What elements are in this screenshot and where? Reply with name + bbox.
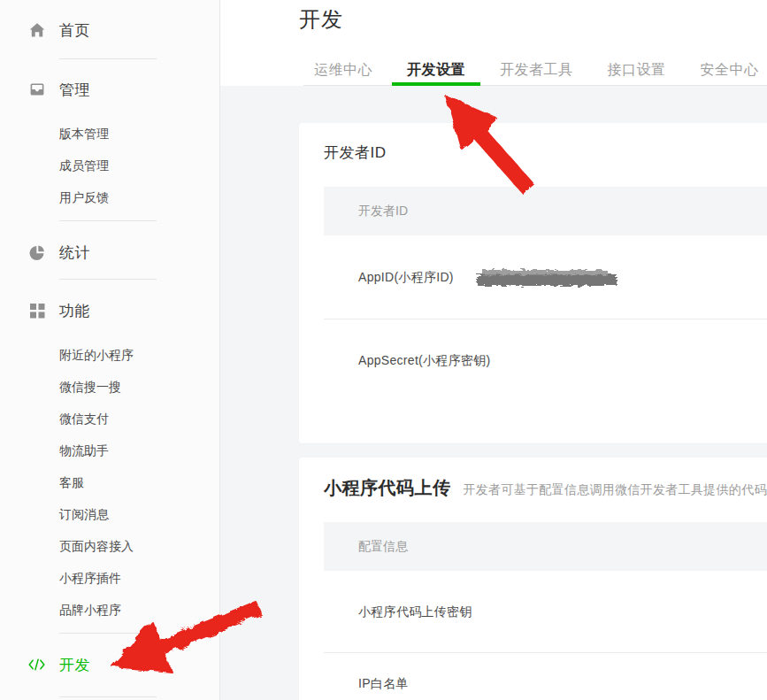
sidebar-item-miniprogram-plugin[interactable]: 小程序插件 <box>0 569 219 587</box>
table-row-upload-key: 小程序代码上传密钥 <box>324 571 767 653</box>
table-header-row: 配置信息 <box>324 522 767 571</box>
table-row-appid: AppID(小程序ID) <box>324 235 767 319</box>
tab-api-settings[interactable]: 接口设置 <box>597 55 677 85</box>
table-header-label: 开发者ID <box>358 204 408 219</box>
sidebar-item-nearby-miniprograms[interactable]: 附近的小程序 <box>0 346 219 364</box>
tab-development-settings[interactable]: 开发设置 <box>396 55 476 85</box>
sidebar-divider <box>59 279 157 280</box>
main-header: 开发 运维中心 开发设置 开发者工具 接口设置 安全中心 <box>220 0 767 86</box>
redacted-appid-scribble <box>470 264 625 290</box>
sidebar-item-brand-miniprogram[interactable]: 品牌小程序 <box>0 601 219 619</box>
sidebar-item-member-manage[interactable]: 成员管理 <box>0 157 219 174</box>
developer-id-card: 开发者ID 开发者ID AppID(小程序ID) <box>299 123 767 443</box>
sidebar-item-wechat-pay[interactable]: 微信支付 <box>0 410 219 427</box>
sidebar-item-label: 首页 <box>59 20 90 41</box>
sidebar-item-label: 开发 <box>59 655 90 675</box>
tab-bar: 运维中心 开发设置 开发者工具 接口设置 安全中心 <box>303 55 767 86</box>
sidebar-item-home[interactable]: 首页 <box>0 18 219 42</box>
code-upload-card: 小程序代码上传 开发者可基于配置信息调用微信开发者工具提供的代码上 配置信息 小… <box>299 458 767 700</box>
sidebar-item-logistics-assistant[interactable]: 物流助手 <box>0 442 219 459</box>
sidebar-item-label: 统计 <box>59 242 90 263</box>
tab-security-center[interactable]: 安全中心 <box>690 55 767 85</box>
table-row-appsecret: AppSecret(小程序密钥) <box>324 319 767 443</box>
ip-whitelist-label: IP白名单 <box>358 674 409 692</box>
code-icon <box>27 656 46 674</box>
tab-operations-center[interactable]: 运维中心 <box>303 55 383 85</box>
appsecret-label: AppSecret(小程序密钥) <box>358 351 491 369</box>
sidebar-divider <box>59 633 157 634</box>
sidebar-divider <box>59 220 157 221</box>
sidebar-item-label: 管理 <box>59 80 90 100</box>
content-area: 开发者ID 开发者ID AppID(小程序ID) <box>220 86 767 700</box>
sidebar-item-wechat-search[interactable]: 微信搜一搜 <box>0 378 219 396</box>
sidebar: 首页 管理 版本管理 成员管理 用户反馈 统计 <box>0 0 220 700</box>
inbox-icon <box>27 81 46 99</box>
pie-chart-icon <box>27 243 46 262</box>
wechat-miniprogram-console: 首页 管理 版本管理 成员管理 用户反馈 统计 <box>0 0 767 700</box>
sidebar-item-user-feedback[interactable]: 用户反馈 <box>0 188 219 206</box>
main-content: 开发 运维中心 开发设置 开发者工具 接口设置 安全中心 开发者ID 开发者ID… <box>220 0 767 700</box>
table-row-ip-whitelist: IP白名单 <box>324 653 767 700</box>
card-subtitle: 开发者可基于配置信息调用微信开发者工具提供的代码上 <box>464 482 767 498</box>
sidebar-item-subscribe-message[interactable]: 订阅消息 <box>0 505 219 523</box>
appid-label: AppID(小程序ID) <box>358 268 454 286</box>
card-title: 开发者ID <box>324 123 767 164</box>
sidebar-item-statistics[interactable]: 统计 <box>0 240 219 265</box>
card-title-row: 小程序代码上传 开发者可基于配置信息调用微信开发者工具提供的代码上 <box>324 458 767 500</box>
table-header-row: 开发者ID <box>324 187 767 235</box>
sidebar-item-customer-service[interactable]: 客服 <box>0 473 219 491</box>
home-icon <box>27 21 46 40</box>
sidebar-item-label: 功能 <box>59 301 90 321</box>
upload-key-label: 小程序代码上传密钥 <box>358 603 472 620</box>
page-title: 开发 <box>299 0 767 34</box>
sidebar-item-page-content-access[interactable]: 页面内容接入 <box>0 537 219 555</box>
sidebar-item-features[interactable]: 功能 <box>0 298 219 323</box>
tab-developer-tools[interactable]: 开发者工具 <box>489 55 584 85</box>
card-title: 小程序代码上传 <box>324 475 451 500</box>
sidebar-item-version-manage[interactable]: 版本管理 <box>0 125 219 142</box>
grid-icon <box>27 302 46 320</box>
table-header-label: 配置信息 <box>358 539 408 555</box>
sidebar-divider <box>59 696 157 697</box>
sidebar-item-manage[interactable]: 管理 <box>0 77 219 102</box>
sidebar-divider <box>59 58 157 59</box>
sidebar-item-development[interactable]: 开发 <box>0 652 219 677</box>
